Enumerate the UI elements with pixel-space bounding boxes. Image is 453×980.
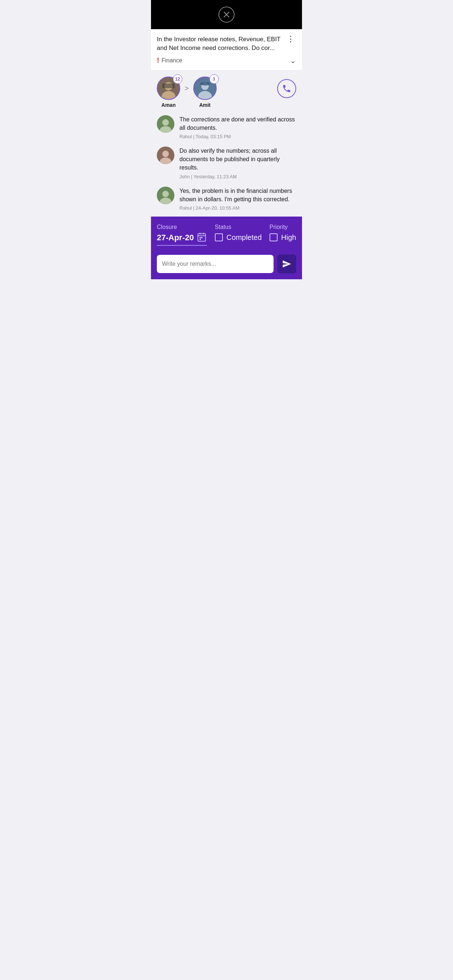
priority-value: High [281,233,296,242]
svg-rect-25 [200,239,201,240]
message-meta-3: Rahul | 24-Apr-20, 10:55 AM [179,205,296,211]
top-bar [151,0,302,29]
svg-point-11 [162,119,169,126]
status-label: Status [215,224,262,231]
status-value: Completed [226,233,262,242]
amit-avatar-container: 3 [193,76,217,100]
status-checkbox[interactable] [215,233,223,241]
svg-rect-23 [200,237,201,239]
aman-badge: 12 [173,75,182,84]
calendar-icon [196,232,207,243]
amit-badge: 3 [209,75,219,84]
remarks-input[interactable] [157,255,274,273]
svg-rect-9 [200,82,210,85]
message-body-3: Yes, the problem is in the financial num… [179,187,296,211]
priority-exclamation-icon: ! [157,56,160,65]
message-meta-2: John | Yesterday, 11:23 AM [179,174,296,180]
send-icon [282,259,292,269]
header-section: In the Investor release notes, Revenue, … [151,29,302,70]
rahul-avatar-2 [157,187,174,204]
task-title: In the Investor release notes, Revenue, … [157,35,285,52]
assignee-section: 12 Aman > 3 Amit [151,70,302,112]
closure-value: 27-Apr-20 [157,233,194,242]
aman-avatar-container: 12 [157,76,180,100]
message-item: The corrections are done and verified ac… [157,115,296,139]
close-icon [222,11,231,19]
closure-label: Closure [157,224,207,231]
status-value-row: Completed [215,233,262,242]
tag-row: ! Finance ⌄ [157,52,296,70]
priority-label: Priority [270,224,296,231]
svg-rect-5 [162,83,175,88]
message-item: Do also verify the numbers; across all d… [157,146,296,180]
svg-point-14 [162,151,169,157]
message-item: Yes, the problem is in the financial num… [157,187,296,211]
priority-checkbox[interactable] [270,233,278,241]
task-info-row: Closure 27-Apr-20 Status [157,224,296,246]
closure-block: Closure 27-Apr-20 [157,224,207,246]
arrow-right-icon: > [185,84,189,92]
svg-rect-24 [201,237,203,239]
message-meta-1: Rahul | Today, 03:15 PM [179,134,296,139]
message-body-2: Do also verify the numbers; across all d… [179,146,296,180]
send-button[interactable] [277,255,296,274]
rahul-avatar-1 [157,115,174,133]
status-block: Status Completed [215,224,262,242]
assignee-aman[interactable]: 12 Aman [157,76,180,108]
bottom-panel: Closure 27-Apr-20 Status [151,216,302,279]
john-avatar [157,146,174,164]
message-body-1: The corrections are done and verified ac… [179,115,296,139]
svg-point-17 [162,191,169,197]
expand-chevron-icon[interactable]: ⌄ [290,56,296,65]
closure-value-row: 27-Apr-20 [157,232,207,246]
close-button[interactable] [219,6,234,22]
remarks-row [157,251,296,274]
priority-value-row: High [270,233,296,242]
amit-name: Amit [199,102,211,108]
call-button[interactable] [277,79,296,98]
tag-label: Finance [161,57,182,64]
message-text-2: Do also verify the numbers; across all d… [179,146,296,172]
message-text-1: The corrections are done and verified ac… [179,115,296,132]
aman-name: Aman [161,102,176,108]
message-text-3: Yes, the problem is in the financial num… [179,187,296,204]
more-options-button[interactable]: ⋮ [285,35,296,43]
priority-block: Priority High [270,224,296,242]
phone-icon [282,84,292,93]
assignees-list: 12 Aman > 3 Amit [157,76,217,108]
messages-section: The corrections are done and verified ac… [151,112,302,216]
assignee-amit[interactable]: 3 Amit [193,76,217,108]
